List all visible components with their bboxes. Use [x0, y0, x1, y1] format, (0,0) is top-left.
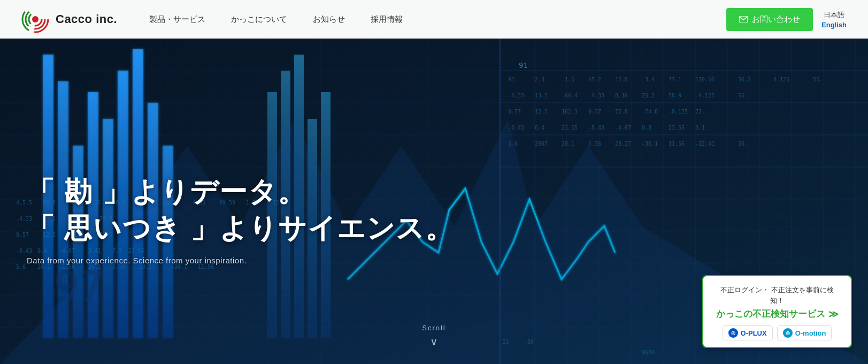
svg-text:55.: 55.	[813, 77, 823, 82]
contact-label: お問い合わせ	[752, 14, 800, 25]
contact-button[interactable]: お問い合わせ	[726, 8, 813, 31]
svg-text:77.1: 77.1	[669, 77, 681, 82]
nav-news[interactable]: お知らせ	[313, 14, 345, 25]
svg-text:23.55: 23.55	[562, 125, 578, 131]
hero-subtitle: Data from your experience. Science from …	[27, 256, 454, 265]
logo-area[interactable]: Cacco inc.	[21, 5, 117, 33]
svg-text:-4.67: -4.67	[615, 125, 631, 131]
svg-text:12.3: 12.3	[535, 109, 548, 115]
hero-title-line1: 「 勘 」よりデータ。	[27, 174, 454, 210]
lang-switcher: 日本語 English	[821, 10, 847, 29]
svg-text:0.8: 0.8	[642, 125, 651, 131]
hero-title-line2: 「 思いつき 」よりサイエンス。	[27, 210, 454, 247]
fraud-logo-oplux[interactable]: ◎ O-PLUX	[723, 325, 773, 340]
svg-text:58.9: 58.9	[669, 93, 681, 98]
svg-text:23.55: 23.55	[669, 125, 685, 131]
scroll-indicator[interactable]: Scroll ∨	[422, 324, 446, 348]
nav-recruit[interactable]: 採用情報	[371, 14, 403, 25]
main-header: Cacco inc. 製品・サービス かっこについて お知らせ 採用情報 お問い…	[0, 0, 868, 39]
svg-text:91: 91	[508, 77, 514, 82]
svg-text:2.3: 2.3	[535, 77, 544, 82]
fraud-logo-omotion[interactable]: ◎ O-motion	[777, 325, 832, 340]
svg-text:55.: 55.	[738, 93, 748, 98]
scroll-label: Scroll	[422, 324, 446, 332]
svg-text:162.1: 162.1	[562, 109, 578, 115]
svg-text:-4.125: -4.125	[695, 93, 715, 98]
fraud-widget-title-main: かっこの不正検知サービス ≫	[714, 308, 840, 320]
hero-section: 91 2.3 -1.5 45.2 12.8 -3.4 77.1 120.56 3…	[0, 0, 868, 364]
svg-text:45.2: 45.2	[588, 77, 601, 82]
lang-en-button[interactable]: English	[821, 21, 847, 29]
svg-text:21: 21	[503, 339, 509, 345]
scroll-arrow-icon: ∨	[430, 335, 438, 348]
svg-text:8.16: 8.16	[615, 93, 628, 98]
svg-text:-4.125: -4.125	[770, 77, 789, 82]
svg-text:6.4: 6.4	[535, 125, 544, 131]
svg-text:23.27: 23.27	[615, 141, 631, 147]
svg-text:2007: 2007	[535, 141, 548, 147]
svg-text:-30: -30	[524, 339, 534, 345]
nav-products[interactable]: 製品・サービス	[149, 14, 205, 25]
svg-text:25.2: 25.2	[642, 93, 655, 98]
svg-text:-12.41: -12.41	[695, 141, 715, 147]
svg-rect-145	[739, 16, 748, 22]
svg-text:-4.33: -4.33	[588, 93, 604, 98]
svg-text:-8.43: -8.43	[588, 125, 604, 131]
fraud-widget-arrow-icon: ≫	[828, 308, 839, 320]
fraud-widget[interactable]: 不正ログイン・ 不正注文を事前に検知！ かっこの不正検知サービス ≫ ◎ O-P…	[702, 275, 852, 348]
logo-text: Cacco inc.	[56, 12, 117, 26]
svg-point-144	[32, 16, 39, 22]
hero-content: 「 勘 」よりデータ。 「 思いつき 」よりサイエンス。 Data from y…	[27, 174, 454, 265]
fraud-widget-logos: ◎ O-PLUX ◎ O-motion	[714, 325, 840, 340]
svg-text:-1.5: -1.5	[562, 77, 574, 82]
svg-text:-0.125: -0.125	[669, 109, 688, 115]
svg-text:35.: 35.	[738, 141, 748, 147]
logo-icon	[21, 5, 49, 33]
header-right: お問い合わせ 日本語 English	[726, 8, 847, 31]
nav-about[interactable]: かっこについて	[231, 14, 287, 25]
svg-text:36.2: 36.2	[738, 77, 751, 82]
svg-text:120.56: 120.56	[695, 77, 715, 82]
fraud-widget-title-top: 不正ログイン・ 不正注文を事前に検知！	[714, 285, 840, 306]
svg-text:5.6: 5.6	[16, 264, 26, 270]
svg-text:12.8: 12.8	[615, 77, 628, 82]
mail-icon	[739, 16, 748, 22]
svg-text:5.36: 5.36	[588, 141, 601, 147]
omotion-icon: ◎	[783, 328, 793, 338]
lang-ja-button[interactable]: 日本語	[824, 10, 844, 20]
svg-text:91: 91	[519, 61, 528, 70]
svg-text:0.37: 0.37	[588, 109, 601, 115]
svg-text:72.8: 72.8	[615, 109, 628, 115]
oplux-icon: ◎	[728, 328, 738, 338]
svg-text:3.1: 3.1	[695, 125, 705, 131]
svg-text:11.56: 11.56	[669, 141, 685, 147]
svg-text:-66.4: -66.4	[562, 93, 578, 98]
main-nav: 製品・サービス かっこについて お知らせ 採用情報	[149, 14, 726, 25]
svg-text:0.57: 0.57	[508, 109, 521, 115]
svg-text:13.5: 13.5	[535, 93, 548, 98]
svg-text:-3.4: -3.4	[642, 77, 655, 82]
svg-text:20.1: 20.1	[562, 141, 574, 147]
svg-text:-4.33: -4.33	[508, 93, 524, 98]
svg-text:-30.1: -30.1	[642, 141, 658, 147]
svg-text:-74.8: -74.8	[642, 109, 658, 115]
svg-text:72.: 72.	[695, 109, 705, 115]
svg-text:9600: 9600	[642, 350, 655, 355]
